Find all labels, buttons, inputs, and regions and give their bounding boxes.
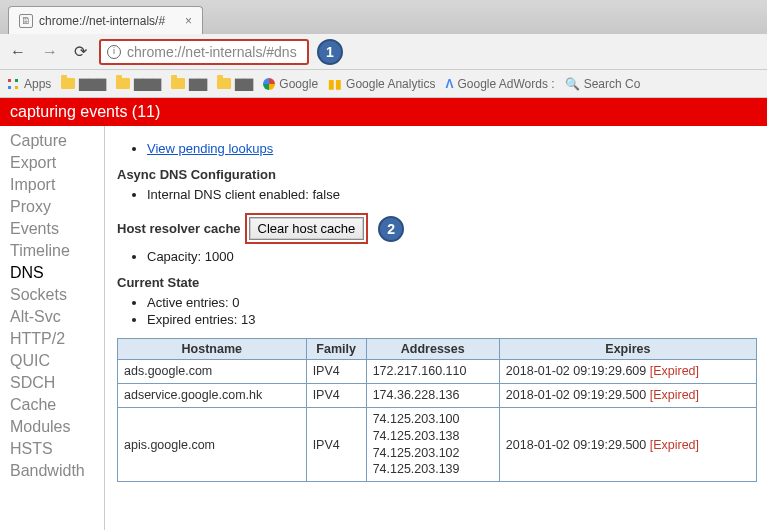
capacity-value: Capacity: 1000 [147, 248, 759, 265]
bookmark-search[interactable]: 🔍Search Co [565, 77, 641, 91]
clear-cache-highlight: Clear host cache [245, 213, 369, 244]
bookmark-adwords[interactable]: ΛGoogle AdWords : [445, 77, 554, 91]
sidebar-item-capture[interactable]: Capture [0, 130, 104, 152]
sidebar-item-quic[interactable]: QUIC [0, 350, 104, 372]
cell-family: IPV4 [306, 383, 366, 407]
sidebar-item-bandwidth[interactable]: Bandwidth [0, 460, 104, 482]
bookmark-label: ▇▇ [189, 77, 207, 91]
sidebar-item-sockets[interactable]: Sockets [0, 284, 104, 306]
current-state-heading: Current State [117, 275, 759, 290]
annotation-callout-2: 2 [378, 216, 404, 242]
bookmark-label: ▇▇ [235, 77, 253, 91]
sidebar-item-events[interactable]: Events [0, 218, 104, 240]
site-info-icon[interactable]: i [107, 45, 121, 59]
url-text: chrome://net-internals/#dns [127, 44, 297, 60]
col-expires: Expires [499, 339, 756, 360]
folder-icon [116, 78, 130, 89]
cell-addresses: 172.217.160.110 [366, 360, 499, 384]
tab-title: chrome://net-internals/# [39, 14, 179, 28]
bookmark-analytics[interactable]: ▮▮Google Analytics [328, 77, 435, 91]
reload-button[interactable]: ⟳ [70, 40, 91, 63]
view-pending-link[interactable]: View pending lookups [147, 141, 273, 156]
bookmark-folder[interactable]: ▇▇ [171, 77, 207, 91]
sidebar-item-hsts[interactable]: HSTS [0, 438, 104, 460]
cell-addresses: 174.36.228.136 [366, 383, 499, 407]
search-icon: 🔍 [565, 77, 580, 91]
cell-family: IPV4 [306, 407, 366, 482]
col-family: Family [306, 339, 366, 360]
back-button[interactable]: ← [6, 41, 30, 63]
bookmark-folder[interactable]: ▇▇ [217, 77, 253, 91]
page-icon: 🗎 [19, 14, 33, 28]
cell-hostname: ads.google.com [118, 360, 307, 384]
sidebar: CaptureExportImportProxyEventsTimelineDN… [0, 126, 105, 530]
cell-hostname: apis.google.com [118, 407, 307, 482]
async-dns-heading: Async DNS Configuration [117, 167, 759, 182]
bookmarks-bar: Apps ▇▇▇ ▇▇▇ ▇▇ ▇▇ Google ▮▮Google Analy… [0, 70, 767, 98]
clear-host-cache-button[interactable]: Clear host cache [249, 217, 365, 240]
cell-hostname: adservice.google.com.hk [118, 383, 307, 407]
table-row: ads.google.comIPV4172.217.160.1102018-01… [118, 360, 757, 384]
sidebar-item-export[interactable]: Export [0, 152, 104, 174]
cell-expires: 2018-01-02 09:19:29.500 [Expired] [499, 407, 756, 482]
sidebar-item-modules[interactable]: Modules [0, 416, 104, 438]
browser-toolbar: ← → ⟳ i chrome://net-internals/#dns 1 [0, 34, 767, 70]
bookmark-label: ▇▇▇ [79, 77, 106, 91]
col-addresses: Addresses [366, 339, 499, 360]
sidebar-item-proxy[interactable]: Proxy [0, 196, 104, 218]
apps-shortcut[interactable]: Apps [6, 77, 51, 91]
google-icon [263, 78, 275, 90]
expired-tag: [Expired] [650, 364, 699, 378]
bookmark-folder[interactable]: ▇▇▇ [61, 77, 106, 91]
sidebar-item-cache[interactable]: Cache [0, 394, 104, 416]
cell-family: IPV4 [306, 360, 366, 384]
content-pane: View pending lookups Async DNS Configura… [105, 126, 767, 530]
sidebar-item-import[interactable]: Import [0, 174, 104, 196]
sidebar-item-alt-svc[interactable]: Alt-Svc [0, 306, 104, 328]
cell-expires: 2018-01-02 09:19:29.609 [Expired] [499, 360, 756, 384]
expired-tag: [Expired] [650, 388, 699, 402]
bookmark-label: Google [279, 77, 318, 91]
apps-label: Apps [24, 77, 51, 91]
col-hostname: Hostname [118, 339, 307, 360]
sidebar-item-dns[interactable]: DNS [0, 262, 104, 284]
internal-dns-value: Internal DNS client enabled: false [147, 186, 759, 203]
bookmark-label: Google Analytics [346, 77, 435, 91]
active-entries: Active entries: 0 [147, 294, 759, 311]
bookmark-folder[interactable]: ▇▇▇ [116, 77, 161, 91]
sidebar-item-timeline[interactable]: Timeline [0, 240, 104, 262]
cell-addresses: 74.125.203.10074.125.203.13874.125.203.1… [366, 407, 499, 482]
folder-icon [171, 78, 185, 89]
bookmark-label: ▇▇▇ [134, 77, 161, 91]
browser-tab[interactable]: 🗎 chrome://net-internals/# × [8, 6, 203, 34]
tab-strip: 🗎 chrome://net-internals/# × [0, 0, 767, 34]
expired-entries: Expired entries: 13 [147, 311, 759, 328]
apps-icon [6, 77, 20, 91]
close-icon[interactable]: × [185, 14, 192, 28]
bookmark-google[interactable]: Google [263, 77, 318, 91]
folder-icon [61, 78, 75, 89]
host-cache-label: Host resolver cache [117, 221, 241, 236]
bookmark-label: Google AdWords : [457, 77, 554, 91]
table-row: adservice.google.com.hkIPV4174.36.228.13… [118, 383, 757, 407]
adwords-icon: Λ [445, 77, 453, 91]
annotation-callout-1: 1 [317, 39, 343, 65]
analytics-icon: ▮▮ [328, 77, 342, 91]
sidebar-item-sdch[interactable]: SDCH [0, 372, 104, 394]
dns-table: Hostname Family Addresses Expires ads.go… [117, 338, 757, 482]
main-area: CaptureExportImportProxyEventsTimelineDN… [0, 126, 767, 530]
capturing-banner: capturing events (11) [0, 98, 767, 126]
address-bar[interactable]: i chrome://net-internals/#dns [99, 39, 309, 65]
sidebar-item-http-2[interactable]: HTTP/2 [0, 328, 104, 350]
bookmark-label: Search Co [584, 77, 641, 91]
host-cache-row: Host resolver cache Clear host cache 2 [117, 213, 759, 244]
table-row: apis.google.comIPV474.125.203.10074.125.… [118, 407, 757, 482]
folder-icon [217, 78, 231, 89]
forward-button[interactable]: → [38, 41, 62, 63]
cell-expires: 2018-01-02 09:19:29.500 [Expired] [499, 383, 756, 407]
expired-tag: [Expired] [650, 438, 699, 452]
